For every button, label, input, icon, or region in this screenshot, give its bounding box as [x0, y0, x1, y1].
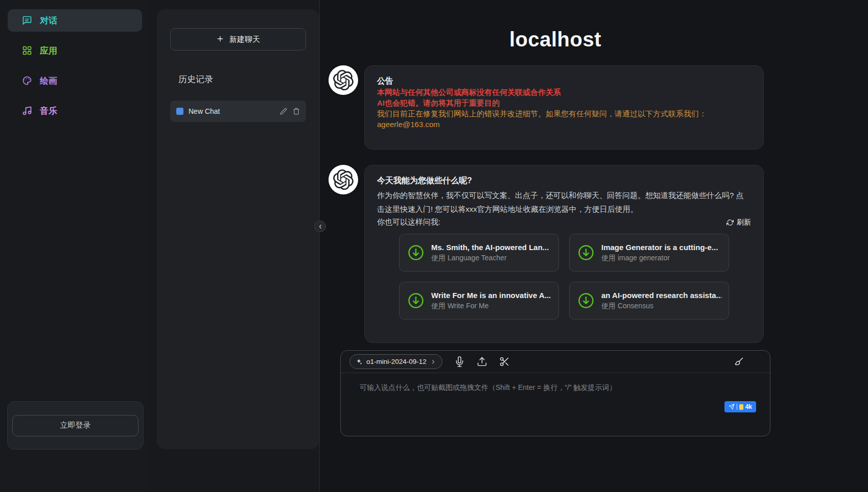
sidebar-item-apps[interactable]: 应用 — [8, 39, 142, 62]
ask-hint: 你也可以这样问我: — [377, 217, 440, 227]
welcome-bubble: 今天我能为您做些什么呢? 作为你的智慧伙伴，我不仅可以写文案、出点子，还可以和你… — [364, 165, 764, 343]
login-panel: 立即登录 — [7, 401, 144, 450]
refresh-button[interactable]: 刷新 — [726, 218, 751, 227]
chat-item-actions — [280, 108, 300, 115]
chat-list-item[interactable]: New Chat — [170, 101, 306, 122]
sidebar-item-label: 应用 — [40, 45, 57, 57]
chat-list-panel: 新建聊天 历史记录 New Chat — [157, 9, 319, 449]
upload-button[interactable] — [477, 356, 487, 367]
download-circle-icon — [407, 291, 425, 310]
sidebar-item-label: 绘画 — [40, 75, 57, 87]
login-button[interactable]: 立即登录 — [12, 415, 138, 436]
card-subtitle: 使用 image generator — [601, 254, 718, 263]
sidebar-item-music[interactable]: 音乐 — [8, 100, 142, 122]
token-usage-badge[interactable]: 4k — [724, 401, 756, 412]
composer: o1-mini-2024-09-12 — [340, 350, 770, 436]
new-chat-button[interactable]: 新建聊天 — [170, 28, 306, 51]
sidebar-item-drawing[interactable]: 绘画 — [8, 69, 142, 92]
chat-bubble-icon — [22, 15, 32, 26]
refresh-label: 刷新 — [737, 218, 751, 227]
delete-trash-icon[interactable] — [293, 108, 300, 115]
card-title: an AI-powered research assista... — [601, 291, 721, 300]
new-chat-label: 新建聊天 — [229, 35, 260, 44]
card-subtitle: 使用 Consensus — [601, 302, 721, 311]
welcome-body: 作为你的智慧伙伴，我不仅可以写文案、出点子，还可以和你聊天、回答问题。想知道我还… — [377, 188, 751, 216]
openai-logo-icon — [333, 70, 354, 90]
message-welcome: 今天我能为您做些什么呢? 作为你的智慧伙伴，我不仅可以写文案、出点子，还可以和你… — [329, 165, 764, 343]
chevron-left-icon — [317, 224, 323, 230]
message-input[interactable] — [341, 373, 770, 436]
bot-avatar — [329, 65, 358, 95]
card-subtitle: 使用 Language Teacher — [431, 254, 549, 263]
suggestion-cards: Ms. Smith, the AI-powered Lan... 使用 Lang… — [399, 234, 729, 319]
openai-logo-icon — [333, 169, 354, 190]
announcement-title: 公告 — [377, 75, 751, 87]
palette-icon — [22, 76, 32, 86]
badge-separator — [737, 404, 737, 410]
plus-icon — [216, 35, 224, 44]
clear-broom-button[interactable] — [734, 356, 744, 367]
download-circle-icon — [577, 291, 595, 310]
send-plane-icon — [729, 404, 735, 410]
sidebar-item-label: 音乐 — [40, 105, 57, 117]
sparkle-icon — [356, 358, 363, 365]
suggestion-card[interactable]: Ms. Smith, the AI-powered Lan... 使用 Lang… — [399, 234, 559, 272]
sidebar-item-label: 对话 — [40, 15, 57, 27]
card-subtitle: 使用 Write For Me — [431, 302, 551, 311]
edit-pencil-icon[interactable] — [280, 108, 287, 115]
card-title: Write For Me is an innovative A... — [431, 291, 551, 300]
token-count: 4k — [745, 403, 752, 410]
chat-item-title: New Chat — [189, 107, 280, 115]
chat-avatar-square — [176, 108, 183, 115]
announcement-line: 本网站与任何其他公司或商标没有任何关联或合作关系 — [377, 87, 751, 97]
chevron-right-icon — [430, 359, 436, 365]
model-selector[interactable]: o1-mini-2024-09-12 — [349, 354, 442, 369]
announcement-line: 我们目前正在修复我们网站上的错误并改进细节。如果您有任何疑问，请通过以下方式联系… — [377, 108, 751, 119]
music-note-icon — [22, 106, 32, 116]
app-window: 对话 应用 绘画 音乐 立即登录 — [0, 0, 868, 492]
model-name: o1-mini-2024-09-12 — [366, 358, 427, 365]
announcement-bubble: 公告 本网站与任何其他公司或商标没有任何关联或合作关系 AI也会犯错。请勿将其用… — [364, 65, 764, 150]
sidebar-item-chat[interactable]: 对话 — [8, 9, 142, 32]
page-title: localhost — [340, 28, 770, 51]
suggestion-card[interactable]: an AI-powered research assista... 使用 Con… — [569, 282, 729, 319]
refresh-icon — [726, 219, 734, 226]
ask-row: 你也可以这样问我: 刷新 — [377, 217, 751, 227]
composer-toolbar: o1-mini-2024-09-12 — [341, 351, 770, 373]
collapse-sidebar-button[interactable] — [314, 220, 326, 232]
sidebar: 对话 应用 绘画 音乐 立即登录 — [0, 0, 149, 492]
sidebar-nav: 对话 应用 绘画 音乐 — [0, 0, 149, 122]
broom-icon — [734, 356, 744, 367]
history-title: 历史记录 — [178, 73, 319, 85]
chat-main: localhost 公告 本网站与任何其他公司或商标没有任何关联或合作关系 AI… — [320, 0, 868, 492]
scissors-icon — [499, 356, 510, 367]
card-title: Ms. Smith, the AI-powered Lan... — [431, 243, 549, 252]
token-icon — [739, 404, 743, 410]
apps-grid-icon — [22, 45, 32, 56]
microphone-icon — [454, 356, 465, 367]
suggestion-card[interactable]: Image Generator is a cutting-e... 使用 ima… — [569, 234, 729, 272]
scissors-button[interactable] — [499, 356, 510, 367]
suggestion-card[interactable]: Write For Me is an innovative A... 使用 Wr… — [399, 282, 559, 319]
download-circle-icon — [407, 243, 425, 262]
upload-icon — [477, 356, 487, 367]
microphone-button[interactable] — [454, 356, 465, 367]
bot-avatar — [329, 165, 358, 194]
card-title: Image Generator is a cutting-e... — [601, 243, 718, 252]
announcement-line: AI也会犯错。请勿将其用于重要目的 — [377, 97, 751, 108]
welcome-title: 今天我能为您做些什么呢? — [377, 175, 751, 186]
message-announcement: 公告 本网站与任何其他公司或商标没有任何关联或合作关系 AI也会犯错。请勿将其用… — [329, 65, 764, 150]
download-circle-icon — [577, 243, 595, 262]
contact-email-link[interactable]: ageerle@163.com — [377, 119, 751, 130]
